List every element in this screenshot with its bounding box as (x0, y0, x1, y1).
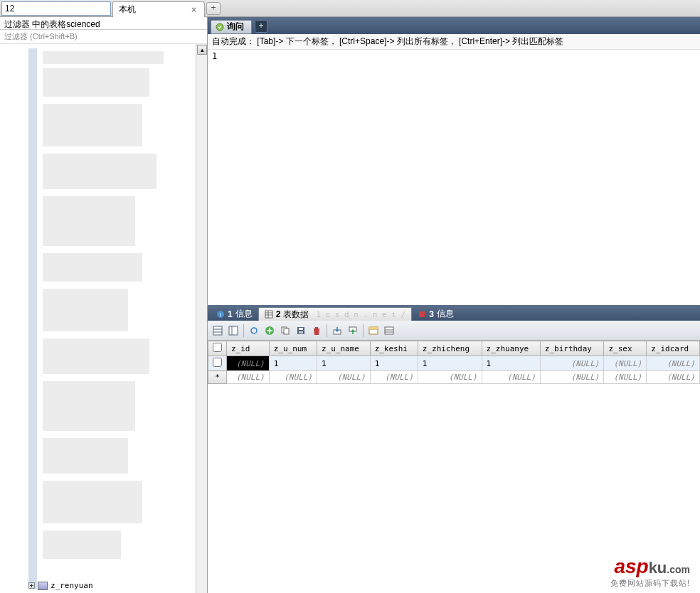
sql-editor[interactable]: 1 (208, 50, 700, 305)
tab-number: 2 (276, 309, 281, 319)
sidebar: 过滤器 中的表格scienced 过滤器 (Ctrl+Shift+B) + z_… (0, 17, 208, 593)
tree-area[interactable]: + z_renyuan ▴ (0, 44, 207, 593)
add-query-button[interactable]: + (255, 20, 267, 33)
query-tab[interactable]: 询问 (211, 20, 252, 34)
refresh-button[interactable] (247, 324, 261, 338)
cell[interactable]: 1 (269, 356, 317, 371)
limit-button[interactable] (382, 324, 396, 338)
cell[interactable]: (NULL) (540, 356, 604, 371)
tab-number: 3 (429, 309, 434, 319)
cell[interactable]: 1 (317, 356, 370, 371)
table-row[interactable]: (NULL)11111(NULL)(NULL)(NULL) (208, 356, 700, 371)
tree-item-label: z_renyuan (51, 581, 93, 590)
row-selector[interactable]: * (208, 371, 227, 384)
filter-button[interactable] (366, 324, 381, 338)
cell[interactable]: (NULL) (604, 356, 647, 371)
svg-rect-19 (315, 327, 318, 328)
scroll-up-icon[interactable]: ▴ (197, 45, 207, 55)
svg-rect-7 (419, 311, 425, 317)
svg-rect-8 (213, 326, 222, 335)
tab-label: 本机 (119, 4, 136, 16)
cell[interactable]: (NULL) (269, 371, 317, 384)
svg-rect-24 (369, 327, 378, 329)
cell[interactable]: (NULL) (227, 356, 270, 371)
table-icon (38, 582, 48, 590)
cell[interactable]: 1 (418, 356, 482, 371)
brand-text: asp (614, 555, 648, 577)
autocomplete-hint: 自动完成： [Tab]-> 下一个标签， [Ctrl+Space]-> 列出所有… (208, 34, 700, 50)
tab-text: 信息 (437, 308, 454, 320)
tab-text: 表数据 (283, 309, 309, 321)
svg-rect-17 (299, 328, 303, 330)
grid-icon (265, 310, 273, 319)
result-tab-info2[interactable]: 3 信息 (412, 307, 460, 321)
col-z-id[interactable]: z_id (227, 341, 270, 356)
col-z-zhicheng[interactable]: z_zhicheng (418, 341, 482, 356)
col-z-zhuanye[interactable]: z_zhuanye (482, 341, 540, 356)
main-container: 过滤器 中的表格scienced 过滤器 (Ctrl+Shift+B) + z_… (0, 17, 700, 593)
svg-rect-25 (385, 327, 393, 334)
tab-text: 信息 (235, 308, 253, 320)
add-tab-button[interactable]: + (206, 2, 221, 15)
col-z-u-name[interactable]: z_u_name (317, 341, 370, 356)
cell[interactable]: (NULL) (647, 356, 700, 371)
watermark-text: 1 c s d n . n e t / (316, 310, 405, 319)
query-tab-bar: 询问 + (208, 17, 700, 34)
tab-local[interactable]: 本机 × (112, 1, 205, 17)
filter-hint[interactable]: 过滤器 (Ctrl+Shift+B) (0, 30, 207, 44)
result-tab-info[interactable]: i 1 信息 (211, 307, 258, 321)
scrollbar[interactable]: ▴ (196, 44, 207, 593)
separator (327, 324, 327, 337)
close-icon[interactable]: × (189, 5, 198, 15)
col-z-birthday[interactable]: z_birthday (540, 341, 604, 356)
header-row: z_id z_u_num z_u_name z_keshi z_zhicheng… (208, 341, 700, 356)
cell[interactable]: (NULL) (418, 371, 482, 384)
cell[interactable]: (NULL) (482, 371, 540, 384)
separator (363, 324, 364, 337)
cell[interactable]: (NULL) (647, 371, 700, 384)
query-tab-label: 询问 (227, 21, 244, 33)
info-icon (418, 310, 426, 319)
tab-number: 1 (228, 309, 233, 319)
svg-rect-11 (229, 326, 238, 335)
data-toolbar (208, 321, 700, 341)
cell[interactable]: (NULL) (227, 371, 270, 384)
delete-button[interactable] (309, 324, 324, 338)
row-selector[interactable] (208, 356, 227, 371)
col-z-idcard[interactable]: z_idcard (647, 341, 700, 356)
tree-item-z-renyuan[interactable]: + z_renyuan (28, 581, 93, 590)
select-all-header[interactable] (208, 341, 227, 356)
content-area: 询问 + 自动完成： [Tab]-> 下一个标签， [Ctrl+Space]->… (208, 17, 700, 593)
svg-rect-3 (265, 311, 272, 318)
cell[interactable]: (NULL) (604, 371, 647, 384)
brand-tld: .com (667, 564, 690, 575)
result-tab-data[interactable]: 2 表数据 1 c s d n . n e t / (258, 307, 413, 321)
cell[interactable]: (NULL) (370, 371, 418, 384)
svg-text:i: i (220, 311, 221, 318)
view-form-button[interactable] (226, 324, 240, 338)
info-icon: i (216, 310, 225, 319)
cell[interactable]: (NULL) (540, 371, 604, 384)
import-button[interactable] (346, 324, 360, 338)
brand-suffix: ku (649, 559, 667, 577)
query-icon (216, 23, 224, 31)
watermark: aspku.com 免费网站源码下载站! (610, 555, 690, 589)
cell[interactable]: (NULL) (317, 371, 370, 384)
col-z-u-num[interactable]: z_u_num (269, 341, 317, 356)
col-z-sex[interactable]: z_sex (604, 341, 647, 356)
expand-icon[interactable]: + (28, 582, 35, 589)
table-row[interactable]: *(NULL)(NULL)(NULL)(NULL)(NULL)(NULL)(NU… (208, 371, 700, 384)
cell[interactable]: 1 (482, 356, 540, 371)
save-button[interactable] (294, 324, 308, 338)
data-table: z_id z_u_num z_u_name z_keshi z_zhicheng… (208, 341, 700, 384)
cell[interactable]: 1 (370, 356, 418, 371)
add-row-button[interactable] (262, 324, 277, 338)
view-grid-button[interactable] (211, 324, 225, 338)
connection-input[interactable] (1, 1, 111, 16)
filter-header: 过滤器 中的表格scienced (0, 17, 207, 30)
export-button[interactable] (330, 324, 344, 338)
result-tab-bar: i 1 信息 2 表数据 1 c s d n . n e t / 3 信息 (208, 305, 700, 321)
copy-button[interactable] (278, 324, 292, 338)
col-z-keshi[interactable]: z_keshi (370, 341, 418, 356)
top-tab-bar: 本机 × + (0, 0, 700, 17)
